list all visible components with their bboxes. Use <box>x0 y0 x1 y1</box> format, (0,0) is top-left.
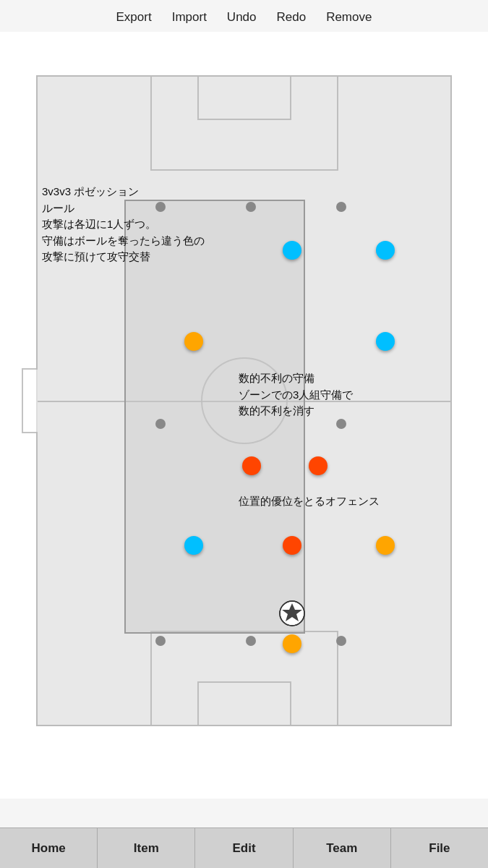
tab-file[interactable]: File <box>391 828 488 868</box>
player-dot-p9[interactable] <box>376 536 395 555</box>
selection-handle-1[interactable] <box>246 202 256 212</box>
tab-item[interactable]: Item <box>98 828 195 868</box>
player-dot-p2[interactable] <box>376 241 395 260</box>
player-dot-p10[interactable] <box>283 634 301 653</box>
selection-handle-7[interactable] <box>336 636 346 646</box>
tab-team[interactable]: Team <box>294 828 391 868</box>
soccer-field <box>36 75 452 726</box>
selection-handle-6[interactable] <box>246 636 256 646</box>
tab-home[interactable]: Home <box>0 828 98 868</box>
selection-handle-5[interactable] <box>155 636 166 646</box>
player-dot-p6[interactable] <box>309 456 328 475</box>
undo-button[interactable]: Undo <box>227 10 257 25</box>
redo-button[interactable]: Redo <box>277 10 307 25</box>
player-dot-p8[interactable] <box>184 332 203 351</box>
goal-area-bottom <box>197 681 291 725</box>
import-button[interactable]: Import <box>172 10 207 25</box>
selection-handle-3[interactable] <box>155 419 166 429</box>
tab-bar: HomeItemEditTeamFile <box>0 827 488 868</box>
selection-handle-0[interactable] <box>155 202 166 212</box>
goal-area-top <box>197 77 291 120</box>
player-dot-p5[interactable] <box>242 456 261 475</box>
selection-handle-4[interactable] <box>336 419 346 429</box>
goalpost-left <box>22 368 38 433</box>
toolbar: Export Import Undo Redo Remove <box>0 0 488 32</box>
soccer-ball <box>279 600 305 626</box>
remove-button[interactable]: Remove <box>326 10 372 25</box>
player-dot-p1[interactable] <box>283 241 301 260</box>
tab-edit[interactable]: Edit <box>195 828 293 868</box>
center-circle <box>201 357 288 444</box>
player-dot-p4[interactable] <box>184 536 203 555</box>
canvas-area[interactable]: 3v3v3 ポゼッション ルール 攻撃は各辺に1人ずつ。 守備はボールを奪ったら… <box>0 32 488 799</box>
player-dot-p3[interactable] <box>376 332 395 351</box>
selection-handle-2[interactable] <box>336 202 346 212</box>
player-dot-p7[interactable] <box>283 536 301 555</box>
export-button[interactable]: Export <box>116 10 152 25</box>
